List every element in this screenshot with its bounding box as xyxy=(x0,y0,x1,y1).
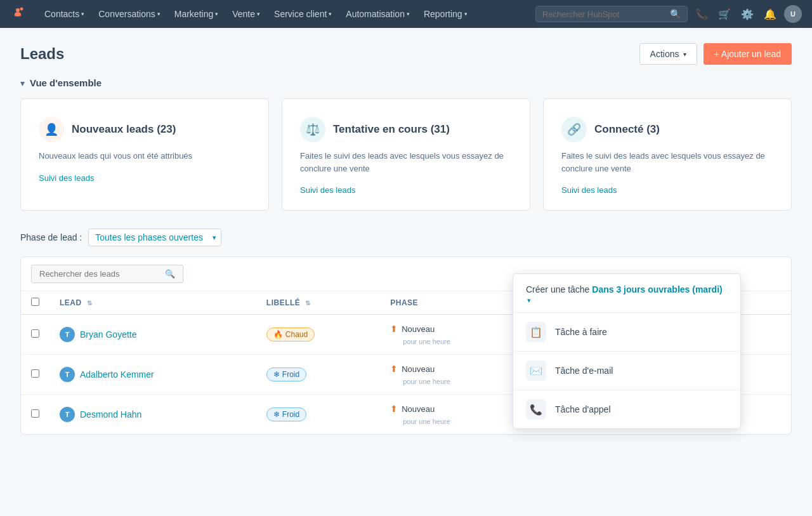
dropdown-item-email[interactable]: ✉️ Tâche d'e-mail xyxy=(513,352,740,390)
page-title: Leads xyxy=(20,45,64,63)
table-search-box[interactable]: 🔍 xyxy=(31,265,183,283)
actions-button[interactable]: Actions ▾ xyxy=(639,43,697,65)
task-item-icon: 📋 xyxy=(526,322,546,342)
card-connecte-title: Connecté (3) xyxy=(594,123,660,136)
adalberto-badge: ❄ Froid xyxy=(266,367,306,381)
nav-conversations[interactable]: Conversations▾ xyxy=(92,5,167,23)
filter-label: Phase de lead : xyxy=(20,232,82,242)
card-connecte-desc: Faites le suivi des leads avec lesquels … xyxy=(561,150,773,175)
card-connecte-link[interactable]: Suivi des leads xyxy=(561,185,617,195)
section-title: Vue d'ensemble xyxy=(30,77,102,88)
call-item-label: Tâche d'appel xyxy=(555,404,611,414)
card-nouveaux-desc: Nouveaux leads qui vous ont été attribué… xyxy=(39,150,251,162)
filter-select-wrap[interactable]: Toutes les phases ouvertes ▾ xyxy=(88,228,221,246)
table-search-icon: 🔍 xyxy=(165,269,175,279)
table-search-input[interactable] xyxy=(39,269,160,279)
search-icon: 🔍 xyxy=(670,9,681,19)
section-chevron-icon: ▾ xyxy=(20,78,25,88)
svg-point-1 xyxy=(20,7,23,10)
settings-icon[interactable]: ⚙️ xyxy=(738,6,756,23)
dropdown-header: Créer une tâche Dans 3 jours ouvrables (… xyxy=(513,274,740,313)
card-connecte-icon: 🔗 xyxy=(561,117,587,142)
top-navigation: Contacts▾ Conversations▾ Marketing▾ Vent… xyxy=(0,0,812,28)
actions-chevron-icon: ▾ xyxy=(683,51,686,58)
nav-service[interactable]: Service client▾ xyxy=(268,5,338,23)
bryan-phase-icon: ⬆ xyxy=(390,324,398,334)
card-nouveaux-icon: 👤 xyxy=(39,117,64,142)
bryan-name-link[interactable]: Bryan Goyette xyxy=(80,329,137,340)
card-tentative-title: Tentative en cours (31) xyxy=(333,123,450,136)
search-bar[interactable]: 🔍 xyxy=(535,6,688,22)
desmond-avatar: T xyxy=(60,407,75,422)
card-nouveaux-link[interactable]: Suivi des leads xyxy=(39,173,94,183)
svg-point-0 xyxy=(16,8,20,12)
adalberto-avatar: T xyxy=(60,367,75,382)
libelle-sort-icon: ⇅ xyxy=(305,300,311,307)
user-avatar[interactable]: U xyxy=(784,5,802,23)
adalberto-phase-icon: ⬆ xyxy=(390,364,398,374)
desmond-phase-sub: pour une heure xyxy=(403,418,450,425)
row-desmond-checkbox[interactable] xyxy=(31,409,39,418)
email-item-icon: ✉️ xyxy=(526,361,546,381)
card-tentative: ⚖️ Tentative en cours (31) Faites le sui… xyxy=(282,98,530,211)
call-item-icon: 📞 xyxy=(526,399,546,420)
dropdown-item-task[interactable]: 📋 Tâche à faire xyxy=(513,313,740,352)
bryan-avatar: T xyxy=(60,327,75,342)
task-dropdown: Créer une tâche Dans 3 jours ouvrables (… xyxy=(513,274,741,429)
bryan-phase: Nouveau xyxy=(402,324,435,334)
nav-reporting[interactable]: Reporting▾ xyxy=(417,5,474,23)
dropdown-item-call[interactable]: 📞 Tâche d'appel xyxy=(513,390,740,428)
page-header: Leads Actions ▾ + Ajouter un lead xyxy=(20,43,792,65)
desmond-phase-icon: ⬆ xyxy=(390,404,398,414)
row-bryan-checkbox[interactable] xyxy=(31,329,39,338)
bryan-phase-sub: pour une heure xyxy=(403,338,450,345)
phase-filter-select[interactable]: Toutes les phases ouvertes xyxy=(88,228,221,246)
nav-vente[interactable]: Vente▾ xyxy=(226,5,266,23)
nav-automatisation[interactable]: Automatisation▾ xyxy=(339,5,416,23)
card-tentative-desc: Faites le suivi des leads avec lesquels … xyxy=(300,150,512,175)
card-tentative-link[interactable]: Suivi des leads xyxy=(300,185,355,195)
nav-contacts[interactable]: Contacts▾ xyxy=(38,5,91,23)
desmond-phase: Nouveau xyxy=(402,404,435,414)
section-header[interactable]: ▾ Vue d'ensemble xyxy=(20,77,792,88)
task-item-label: Tâche à faire xyxy=(555,327,607,337)
lead-sort-icon: ⇅ xyxy=(87,300,93,307)
nav-marketing[interactable]: Marketing▾ xyxy=(168,5,225,23)
desmond-badge: ❄ Froid xyxy=(266,407,306,421)
col-libelle[interactable]: LIBELLÉ ⇅ xyxy=(256,291,380,315)
cart-icon[interactable]: 🛒 xyxy=(716,6,733,23)
dropdown-header-chevron-icon: ▾ xyxy=(527,296,531,304)
search-input[interactable] xyxy=(542,10,665,19)
topnav-right: 🔍 📞 🛒 ⚙️ 🔔 U xyxy=(535,5,802,23)
topnav-links: Contacts▾ Conversations▾ Marketing▾ Vent… xyxy=(38,5,535,23)
add-lead-button[interactable]: + Ajouter un lead xyxy=(704,43,792,65)
select-all-checkbox[interactable] xyxy=(31,298,39,306)
logo[interactable] xyxy=(10,5,25,23)
desmond-name-link[interactable]: Desmond Hahn xyxy=(80,409,141,420)
phone-icon[interactable]: 📞 xyxy=(693,6,710,23)
bryan-badge: 🔥 Chaud xyxy=(266,327,315,341)
adalberto-phase-sub: pour une heure xyxy=(403,378,450,385)
col-lead[interactable]: LEAD ⇅ xyxy=(49,291,256,315)
col-phase: PHASE xyxy=(380,291,525,315)
card-connecte: 🔗 Connecté (3) Faites le suivi des leads… xyxy=(543,98,792,211)
dropdown-date-value[interactable]: Dans 3 jours ouvrables (mardi) xyxy=(592,284,722,294)
card-tentative-icon: ⚖️ xyxy=(300,117,325,142)
header-actions: Actions ▾ + Ajouter un lead xyxy=(639,43,792,65)
row-adalberto-checkbox[interactable] xyxy=(31,369,39,378)
filter-row: Phase de lead : Toutes les phases ouvert… xyxy=(20,228,792,246)
adalberto-phase: Nouveau xyxy=(402,364,435,374)
card-nouveaux: 👤 Nouveaux leads (23) Nouveaux leads qui… xyxy=(20,98,269,211)
adalberto-name-link[interactable]: Adalberto Kemmer xyxy=(80,369,154,380)
overview-cards: 👤 Nouveaux leads (23) Nouveaux leads qui… xyxy=(20,98,792,211)
card-nouveaux-title: Nouveaux leads (23) xyxy=(72,123,176,136)
bell-icon[interactable]: 🔔 xyxy=(761,6,779,23)
email-item-label: Tâche d'e-mail xyxy=(555,366,613,376)
